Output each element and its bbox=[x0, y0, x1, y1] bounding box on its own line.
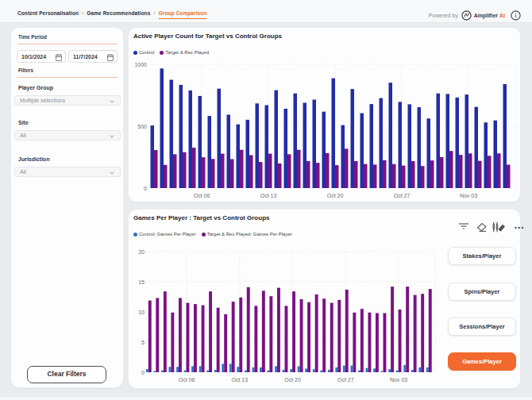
svg-text:15: 15 bbox=[138, 279, 145, 285]
svg-text:Oct 27: Oct 27 bbox=[394, 193, 411, 198]
svg-text:500: 500 bbox=[137, 124, 147, 129]
svg-text:5: 5 bbox=[141, 340, 145, 345]
svg-text:Oct 20: Oct 20 bbox=[327, 193, 344, 198]
svg-text:Oct 20: Oct 20 bbox=[284, 377, 301, 383]
svg-text:10: 10 bbox=[138, 310, 145, 315]
svg-text:Nov 03: Nov 03 bbox=[390, 377, 407, 383]
svg-text:0: 0 bbox=[141, 370, 145, 375]
svg-text:Oct 06: Oct 06 bbox=[179, 377, 195, 383]
svg-text:20: 20 bbox=[138, 249, 145, 255]
svg-text:1000: 1000 bbox=[134, 62, 147, 67]
svg-text:Oct 27: Oct 27 bbox=[337, 377, 354, 383]
svg-text:Oct 06: Oct 06 bbox=[194, 193, 210, 198]
svg-text:i: i bbox=[515, 11, 517, 19]
svg-text:Oct 13: Oct 13 bbox=[231, 377, 248, 383]
svg-text:Oct 13: Oct 13 bbox=[260, 193, 277, 198]
svg-text:Nov 03: Nov 03 bbox=[460, 193, 477, 198]
svg-text:0: 0 bbox=[144, 186, 147, 191]
